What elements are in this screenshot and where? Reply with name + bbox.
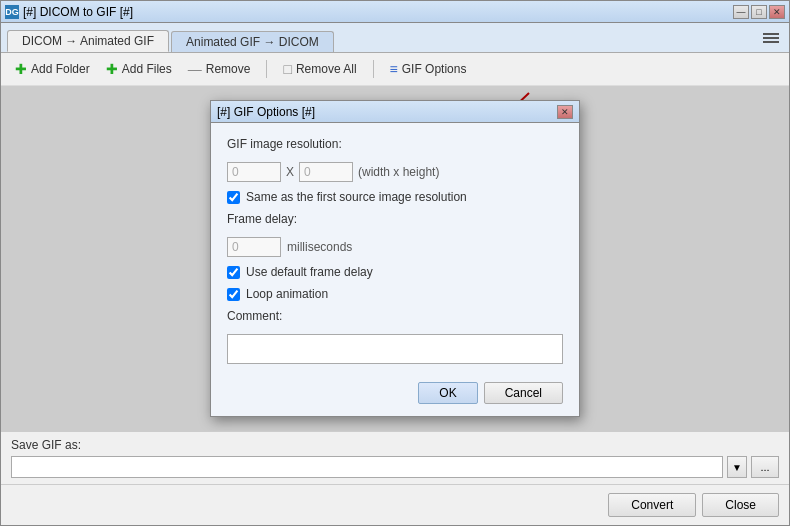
tab-bar: DICOM → Animated GIF Animated GIF → DICO…: [1, 23, 789, 53]
use-default-checkbox[interactable]: [227, 266, 240, 279]
window-controls: — □ ✕: [733, 5, 785, 19]
loop-animation-row: Loop animation: [227, 287, 563, 301]
frame-delay-input[interactable]: [227, 237, 281, 257]
save-label: Save GIF as:: [11, 438, 779, 452]
frame-delay-row: milliseconds: [227, 237, 563, 257]
use-default-label: Use default frame delay: [246, 265, 373, 279]
window-close-button[interactable]: ✕: [769, 5, 785, 19]
modal-buttons: OK Cancel: [211, 374, 579, 416]
modal-body: GIF image resolution: X (width x height)…: [211, 123, 579, 374]
add-folder-icon: ✚: [15, 61, 27, 77]
loop-animation-label: Loop animation: [246, 287, 328, 301]
save-bar: Save GIF as: ▼ ...: [1, 431, 789, 484]
same-resolution-label: Same as the first source image resolutio…: [246, 190, 467, 204]
save-path-input[interactable]: [11, 456, 723, 478]
use-default-row: Use default frame delay: [227, 265, 563, 279]
ok-button[interactable]: OK: [418, 382, 477, 404]
resolution-x-separator: X: [286, 165, 294, 179]
remove-icon: —: [188, 61, 202, 77]
tab-dicom-to-gif[interactable]: DICOM → Animated GIF: [7, 30, 169, 52]
frame-delay-unit: milliseconds: [287, 240, 352, 254]
resolution-hint: (width x height): [358, 165, 439, 179]
content-area: [#] GIF Options [#] ✕ GIF image resoluti…: [1, 86, 789, 431]
same-resolution-row: Same as the first source image resolutio…: [227, 190, 563, 204]
close-button[interactable]: Close: [702, 493, 779, 517]
height-input[interactable]: [299, 162, 353, 182]
toolbar-separator: [266, 60, 267, 78]
toolbar-separator-2: [373, 60, 374, 78]
add-files-icon: ✚: [106, 61, 118, 77]
tab-gif-to-dicom[interactable]: Animated GIF → DICOM: [171, 31, 334, 52]
window-title: [#] DICOM to GIF [#]: [23, 5, 733, 19]
same-resolution-checkbox[interactable]: [227, 191, 240, 204]
frame-delay-label: Frame delay:: [227, 212, 563, 226]
comment-label: Comment:: [227, 309, 563, 323]
remove-button[interactable]: — Remove: [184, 59, 255, 79]
add-folder-button[interactable]: ✚ Add Folder: [11, 59, 94, 79]
action-row: Convert Close: [1, 484, 789, 525]
menu-icon[interactable]: [759, 29, 783, 47]
minimize-button[interactable]: —: [733, 5, 749, 19]
gif-options-icon: ≡: [390, 61, 398, 77]
maximize-button[interactable]: □: [751, 5, 767, 19]
modal-title-bar: [#] GIF Options [#] ✕: [211, 101, 579, 123]
app-icon: DG: [5, 5, 19, 19]
convert-button[interactable]: Convert: [608, 493, 696, 517]
comment-input[interactable]: [227, 334, 563, 364]
modal-overlay: [#] GIF Options [#] ✕ GIF image resoluti…: [1, 86, 789, 431]
dropdown-arrow[interactable]: ▼: [727, 456, 747, 478]
resolution-row: X (width x height): [227, 162, 563, 182]
browse-button[interactable]: ...: [751, 456, 779, 478]
loop-animation-checkbox[interactable]: [227, 288, 240, 301]
main-window: DG [#] DICOM to GIF [#] — □ ✕ DICOM → An…: [0, 0, 790, 526]
title-bar: DG [#] DICOM to GIF [#] — □ ✕: [1, 1, 789, 23]
add-files-button[interactable]: ✚ Add Files: [102, 59, 176, 79]
cancel-button[interactable]: Cancel: [484, 382, 563, 404]
resolution-label: GIF image resolution:: [227, 137, 563, 151]
modal-close-button[interactable]: ✕: [557, 105, 573, 119]
gif-options-dialog: [#] GIF Options [#] ✕ GIF image resoluti…: [210, 100, 580, 417]
modal-title: [#] GIF Options [#]: [217, 105, 557, 119]
toolbar: ✚ Add Folder ✚ Add Files — Remove □ Remo…: [1, 53, 789, 86]
width-input[interactable]: [227, 162, 281, 182]
gif-options-button[interactable]: ≡ GIF Options: [386, 59, 471, 79]
remove-all-icon: □: [283, 61, 291, 77]
remove-all-button[interactable]: □ Remove All: [279, 59, 360, 79]
save-row: ▼ ...: [11, 456, 779, 478]
